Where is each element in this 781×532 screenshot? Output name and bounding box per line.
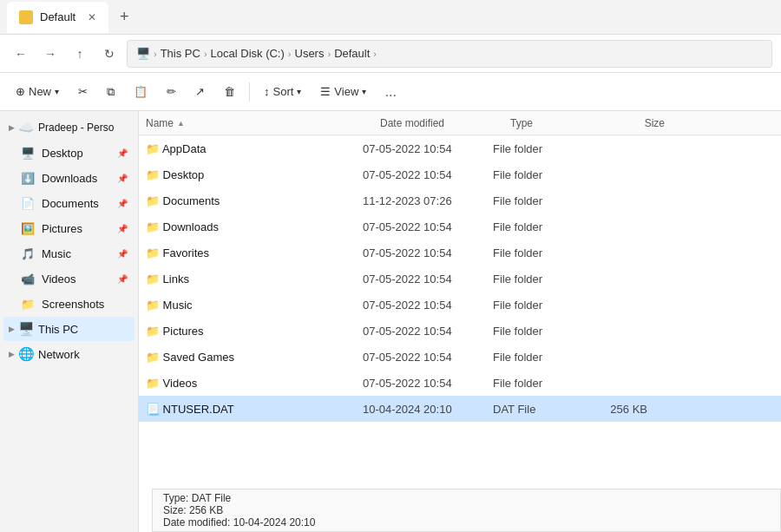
share-button[interactable]: ↗ — [187, 78, 213, 106]
delete-button[interactable]: 🗑 — [215, 78, 244, 106]
file-type: DAT File — [493, 403, 588, 416]
file-type: File folder — [493, 142, 588, 155]
new-button[interactable]: ⊕ New ▾ — [7, 78, 68, 106]
sidebar-network[interactable]: ▶ 🌐 Network — [3, 342, 135, 366]
screenshots-icon: 📁 — [21, 298, 35, 311]
new-icon: ⊕ — [16, 85, 25, 98]
file-name: 📁 AppData — [146, 142, 363, 155]
music-icon: 🎵 — [21, 247, 35, 260]
view-icon: ☰ — [320, 85, 331, 98]
new-tab-button[interactable]: + — [112, 5, 136, 30]
column-type[interactable]: Type — [510, 117, 606, 129]
sidebar-item-pictures[interactable]: 🖼️ Pictures 📌 — [3, 216, 135, 240]
file-type: File folder — [493, 246, 588, 259]
breadcrumb[interactable]: 🖥️ › This PC › Local Disk (C:) › Users ›… — [127, 40, 772, 68]
desktop-icon: 🖥️ — [21, 147, 35, 160]
table-row[interactable]: 📃 NTUSER.DAT 10-04-2024 20:10 DAT File 2… — [139, 396, 781, 422]
share-icon: ↗ — [195, 85, 205, 98]
file-date: 07-05-2022 10:54 — [363, 273, 493, 286]
breadcrumb-pc[interactable]: 🖥️ — [136, 47, 150, 60]
view-button[interactable]: ☰ View ▾ — [312, 78, 375, 106]
sort-arrow-icon: ▲ — [177, 119, 185, 128]
file-icon: 📁 — [146, 299, 160, 312]
file-list-header: Name ▲ Date modified Type Size — [139, 111, 781, 135]
sidebar-thispc[interactable]: ▶ 🖥️ This PC — [3, 317, 135, 341]
table-row[interactable]: 📁 Favorites 07-05-2022 10:54 File folder — [139, 240, 781, 266]
breadcrumb-users[interactable]: Users — [295, 47, 325, 60]
table-row[interactable]: 📁 Videos 07-05-2022 10:54 File folder — [139, 370, 781, 396]
paste-button[interactable]: 📋 — [125, 78, 156, 106]
table-row[interactable]: 📁 Saved Games 07-05-2022 10:54 File fold… — [139, 344, 781, 370]
sidebar-quick-access[interactable]: ▶ ☁️ Pradeep - Perso — [3, 115, 135, 140]
tooltip-type: Type: DAT File — [163, 492, 770, 504]
file-date: 07-05-2022 10:54 — [363, 220, 493, 233]
column-size[interactable]: Size — [606, 117, 675, 129]
breadcrumb-thispc[interactable]: This PC — [161, 47, 200, 60]
network-icon: 🌐 — [18, 346, 35, 362]
refresh-button[interactable]: ↻ — [97, 42, 121, 66]
toolbar: ⊕ New ▾ ✂ ⧉ 📋 ✏ ↗ 🗑 ↕ Sort ▾ ☰ View ▾ ..… — [0, 73, 781, 111]
sidebar-pictures-label: Pictures — [42, 222, 82, 235]
file-name: 📁 Links — [146, 273, 363, 286]
sidebar-music-label: Music — [42, 247, 71, 260]
sidebar-item-downloads[interactable]: ⬇️ Downloads 📌 — [3, 166, 135, 190]
table-row[interactable]: 📁 Desktop 07-05-2022 10:54 File folder — [139, 161, 781, 187]
paste-icon: 📋 — [134, 85, 148, 98]
sidebar-item-videos[interactable]: 📹 Videos 📌 — [3, 266, 135, 291]
file-date: 11-12-2023 07:26 — [363, 194, 493, 207]
breadcrumb-localdisk[interactable]: Local Disk (C:) — [211, 47, 285, 60]
file-name: 📁 Desktop — [146, 168, 363, 181]
file-icon: 📁 — [146, 351, 160, 364]
downloads-icon: ⬇️ — [21, 172, 35, 185]
up-button[interactable]: ↑ — [68, 42, 92, 66]
sort-button[interactable]: ↕ Sort ▾ — [255, 78, 310, 106]
sidebar-downloads-label: Downloads — [42, 172, 97, 185]
cut-button[interactable]: ✂ — [69, 78, 96, 106]
file-icon: 📁 — [146, 246, 160, 259]
sidebar-item-screenshots[interactable]: 📁 Screenshots — [3, 292, 135, 316]
more-button[interactable]: ... — [377, 78, 404, 106]
sidebar-videos-label: Videos — [42, 273, 76, 286]
file-name: 📁 Music — [146, 299, 363, 312]
cloud-icon: ☁️ — [18, 120, 35, 135]
sidebar-item-documents[interactable]: 📄 Documents 📌 — [3, 191, 135, 215]
table-row[interactable]: 📁 Documents 11-12-2023 07:26 File folder — [139, 187, 781, 213]
sidebar-item-desktop[interactable]: 🖥️ Desktop 📌 — [3, 141, 135, 165]
file-name: 📁 Videos — [146, 377, 363, 390]
table-row[interactable]: 📁 Music 07-05-2022 10:54 File folder — [139, 292, 781, 318]
breadcrumb-default[interactable]: Default — [334, 47, 370, 60]
file-name: 📁 Saved Games — [146, 351, 363, 364]
forward-button[interactable]: → — [38, 42, 62, 66]
tooltip-size: Size: 256 KB — [163, 504, 770, 516]
chevron-down-icon: ▶ — [9, 123, 15, 132]
file-name: 📁 Downloads — [146, 220, 363, 233]
tab-close-button[interactable]: ✕ — [88, 11, 96, 23]
file-icon: 📁 — [146, 325, 160, 338]
table-row[interactable]: 📁 AppData 07-05-2022 10:54 File folder — [139, 135, 781, 161]
file-icon: 📁 — [146, 377, 160, 390]
back-button[interactable]: ← — [9, 42, 33, 66]
rename-button[interactable]: ✏ — [158, 78, 185, 106]
table-row[interactable]: 📁 Pictures 07-05-2022 10:54 File folder — [139, 318, 781, 344]
pictures-icon: 🖼️ — [21, 222, 35, 235]
rename-icon: ✏ — [167, 85, 176, 98]
file-date: 07-05-2022 10:54 — [363, 142, 493, 155]
file-type: File folder — [493, 351, 588, 364]
column-date[interactable]: Date modified — [380, 117, 510, 129]
table-row[interactable]: 📁 Links 07-05-2022 10:54 File folder — [139, 266, 781, 292]
sidebar-item-music[interactable]: 🎵 Music 📌 — [3, 241, 135, 266]
copy-button[interactable]: ⧉ — [98, 78, 123, 106]
copy-icon: ⧉ — [107, 85, 115, 99]
column-name-label: Name — [146, 117, 174, 129]
file-icon: 📁 — [146, 142, 160, 155]
column-name[interactable]: Name ▲ — [146, 117, 380, 129]
file-type: File folder — [493, 325, 588, 338]
more-icon: ... — [385, 84, 397, 100]
active-tab[interactable]: Default ✕ — [7, 2, 108, 33]
sidebar-screenshots-label: Screenshots — [42, 298, 104, 311]
file-date: 07-05-2022 10:54 — [363, 351, 493, 364]
view-chevron-icon: ▾ — [362, 87, 366, 96]
file-name: 📁 Favorites — [146, 246, 363, 259]
sidebar-quick-access-label: Pradeep - Perso — [38, 122, 114, 134]
table-row[interactable]: 📁 Downloads 07-05-2022 10:54 File folder — [139, 213, 781, 240]
